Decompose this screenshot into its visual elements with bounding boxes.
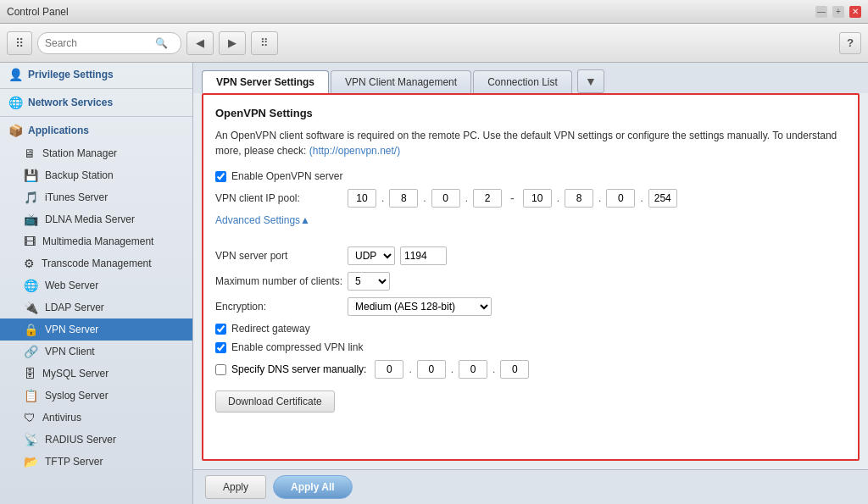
sidebar-item-syslog[interactable]: 📋 Syslog Server	[0, 385, 192, 407]
panel-title: OpenVPN Settings	[215, 107, 846, 119]
tab-connection-list-label: Connection List	[487, 76, 558, 88]
bottom-bar: Apply Apply All	[193, 469, 868, 504]
antivirus-icon: 🛡	[24, 411, 36, 424]
dns-ip-field-2[interactable]	[417, 360, 446, 379]
sidebar-item-vpn-server[interactable]: 🔒 VPN Server	[0, 318, 192, 341]
minimize-button[interactable]: —	[815, 6, 827, 18]
apps-button[interactable]: ⠿	[251, 31, 278, 55]
protocol-select[interactable]: UDP TCP	[348, 246, 395, 265]
network-label: Network Services	[28, 97, 113, 108]
apply-all-button[interactable]: Apply All	[273, 475, 353, 499]
tabs-bar: VPN Server Settings VPN Client Managemen…	[193, 63, 868, 93]
forward-button[interactable]: ▶	[219, 31, 246, 55]
tab-vpn-server-settings[interactable]: VPN Server Settings	[202, 70, 329, 93]
dns-ip-field-4[interactable]	[500, 360, 529, 379]
ip-sep-6: .	[640, 192, 643, 204]
port-input[interactable]	[400, 246, 447, 265]
ip2-field-4[interactable]	[648, 189, 677, 208]
transcode-icon: ⚙	[24, 257, 35, 270]
tab-arrow-button[interactable]: ▼	[577, 69, 604, 93]
sidebar-section-privilege[interactable]: 👤 Privilege Settings	[0, 63, 192, 86]
advanced-settings-link[interactable]: Advanced Settings▲	[215, 214, 310, 226]
close-button[interactable]: ✕	[849, 6, 861, 18]
back-button[interactable]: ◀	[186, 31, 214, 55]
divider-2	[0, 116, 192, 117]
itunes-icon: 🎵	[24, 191, 38, 204]
vpn-client-label: VPN Client	[45, 346, 95, 357]
mysql-label: MySQL Server	[42, 368, 108, 379]
max-clients-select[interactable]: 5 10	[348, 272, 390, 291]
redirect-gateway-checkbox[interactable]	[215, 324, 226, 335]
sidebar-section-network[interactable]: 🌐 Network Services	[0, 91, 192, 114]
search-input[interactable]	[45, 37, 155, 49]
dns-server-label[interactable]: Specify DNS server manually:	[231, 363, 366, 375]
panel-description: An OpenVPN client software is required o…	[215, 128, 846, 158]
forward-icon: ▶	[228, 36, 236, 49]
toolbar: ⠿ 🔍 ◀ ▶ ⠿ ?	[0, 24, 868, 63]
syslog-icon: 📋	[24, 389, 38, 402]
maximize-button[interactable]: +	[832, 6, 844, 18]
sidebar-item-web-server[interactable]: 🌐 Web Server	[0, 274, 192, 296]
sidebar-item-ldap[interactable]: 🔌 LDAP Server	[0, 296, 192, 318]
search-box: 🔍	[37, 32, 181, 54]
encryption-label: Encryption:	[215, 301, 342, 313]
redirect-gateway-label[interactable]: Redirect gateway	[231, 323, 310, 335]
apply-button[interactable]: Apply	[205, 475, 266, 499]
privilege-label: Privilege Settings	[28, 69, 114, 80]
ip2-field-2[interactable]	[565, 189, 593, 208]
sidebar-item-mysql[interactable]: 🗄 MySQL Server	[0, 363, 192, 385]
ip1-field-2[interactable]	[389, 189, 418, 208]
redirect-gateway-row: Redirect gateway	[215, 323, 846, 335]
web-server-icon: 🌐	[24, 279, 38, 292]
sidebar-item-antivirus[interactable]: 🛡 Antivirus	[0, 407, 192, 429]
tab-vpn-client-management[interactable]: VPN Client Management	[331, 70, 471, 93]
syslog-label: Syslog Server	[45, 390, 108, 402]
encryption-row: Encryption: Medium (AES 128-bit) High (A…	[215, 297, 846, 316]
backup-station-label: Backup Station	[45, 169, 114, 181]
multimedia-icon: 🎞	[24, 235, 36, 248]
dns-ip-field-1[interactable]	[375, 360, 403, 379]
dns-sep-2: .	[451, 363, 453, 375]
openvpn-link[interactable]: (http://openvpn.net/)	[309, 145, 400, 157]
divider-1	[0, 88, 192, 89]
dns-server-checkbox[interactable]	[215, 364, 226, 375]
sidebar-item-vpn-client[interactable]: 🔗 VPN Client	[0, 341, 192, 363]
antivirus-label: Antivirus	[42, 412, 81, 424]
ip1-field-1[interactable]	[348, 189, 376, 208]
sidebar-item-station-manager[interactable]: 🖥 Station Manager	[0, 142, 192, 164]
sidebar-section-applications[interactable]: 📦 Applications	[0, 119, 192, 142]
sidebar-item-radius[interactable]: 📡 RADIUS Server	[0, 429, 192, 451]
download-cert-section: Download Certificate	[215, 390, 846, 413]
grid-button[interactable]: ⠿	[7, 31, 32, 55]
station-manager-icon: 🖥	[24, 147, 36, 160]
sidebar-item-tftp[interactable]: 📂 TFTP Server	[0, 451, 192, 473]
sidebar-item-backup-station[interactable]: 💾 Backup Station	[0, 164, 192, 186]
sidebar-item-transcode[interactable]: ⚙ Transcode Management	[0, 252, 192, 274]
backup-station-icon: 💾	[24, 169, 38, 182]
ip-sep-4: .	[557, 192, 559, 204]
titlebar-controls: — + ✕	[815, 6, 861, 18]
sidebar-item-multimedia[interactable]: 🎞 Multimedia Management	[0, 230, 192, 252]
compressed-vpn-label[interactable]: Enable compressed VPN link	[231, 341, 363, 353]
sidebar-item-dlna[interactable]: 📺 DLNA Media Server	[0, 208, 192, 230]
ip1-field-4[interactable]	[473, 189, 502, 208]
tab-connection-list[interactable]: Connection List	[473, 70, 572, 93]
download-certificate-button[interactable]: Download Certificate	[215, 390, 335, 413]
encryption-select[interactable]: Medium (AES 128-bit) High (AES 256-bit) …	[348, 297, 492, 316]
ip1-field-3[interactable]	[431, 189, 460, 208]
network-icon: 🌐	[8, 96, 23, 109]
sidebar-item-itunes-server[interactable]: 🎵 iTunes Server	[0, 186, 192, 208]
help-button[interactable]: ?	[839, 32, 861, 54]
enable-openvpn-checkbox[interactable]	[215, 171, 226, 182]
openvpn-panel: OpenVPN Settings An OpenVPN client softw…	[202, 93, 860, 461]
itunes-label: iTunes Server	[45, 191, 108, 203]
grid-icon: ⠿	[15, 36, 24, 50]
sidebar: 👤 Privilege Settings 🌐 Network Services …	[0, 63, 193, 504]
ip2-field-1[interactable]	[523, 189, 552, 208]
ip2-field-3[interactable]	[606, 189, 635, 208]
dns-ip-field-3[interactable]	[459, 360, 487, 379]
search-icon: 🔍	[155, 37, 168, 49]
enable-openvpn-label[interactable]: Enable OpenVPN server	[231, 170, 342, 182]
ip-sep-5: .	[598, 192, 601, 204]
compressed-vpn-checkbox[interactable]	[215, 342, 226, 353]
